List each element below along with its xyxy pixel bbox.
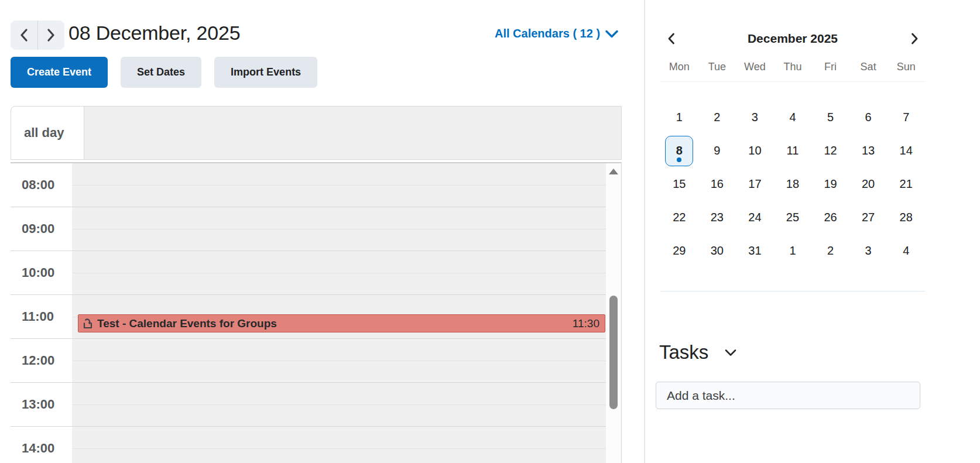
- mini-calendar: December 2025 MonTueWedThuFriSatSun 1234…: [660, 28, 925, 267]
- event-dot: [677, 157, 681, 162]
- mini-calendar-day[interactable]: 18: [774, 167, 812, 201]
- all-day-row[interactable]: all day: [11, 106, 622, 160]
- mini-calendar-day[interactable]: 23: [698, 201, 736, 234]
- chevron-down-icon: [605, 30, 618, 38]
- half-hour-line: [72, 448, 606, 449]
- calendar-event[interactable]: Test - Calendar Events for Groups 11:30: [78, 314, 605, 332]
- hour-label: 14:00: [11, 427, 72, 463]
- mini-calendar-day[interactable]: 7: [887, 101, 925, 134]
- hour-label: 08:00: [11, 163, 72, 207]
- grid-scrollbar[interactable]: [606, 163, 621, 463]
- weekday-label: Fri: [811, 61, 849, 73]
- hour-row: 10:00: [11, 251, 606, 295]
- tasks-heading: Tasks: [659, 341, 708, 363]
- mini-calendar-day[interactable]: 24: [736, 201, 774, 234]
- all-day-label: all day: [11, 107, 84, 159]
- weekday-label: Thu: [774, 61, 812, 73]
- half-hour-line: [72, 185, 606, 186]
- right-sidebar: December 2025 MonTueWedThuFriSatSun 1234…: [645, 0, 980, 463]
- mini-calendar-day[interactable]: 28: [887, 201, 925, 234]
- day-time-grid: 08:0009:0010:0011:0012:0013:0014:00 Test…: [11, 162, 622, 463]
- next-day-button[interactable]: [38, 20, 65, 50]
- mini-calendar-day[interactable]: 1: [660, 101, 698, 134]
- mini-calendar-day[interactable]: 16: [698, 167, 736, 201]
- event-title: Test - Calendar Events for Groups: [97, 317, 569, 330]
- half-hour-line: [72, 229, 606, 229]
- tasks-collapse-button[interactable]: [725, 349, 736, 356]
- toolbar: Create Event Set Dates Import Events: [11, 57, 317, 88]
- all-calendars-dropdown[interactable]: All Calendars ( 12 ): [495, 27, 618, 40]
- mini-calendar-day[interactable]: 29: [660, 234, 698, 267]
- mini-calendar-next-month-button[interactable]: [904, 28, 925, 49]
- mini-calendar-day[interactable]: 11: [774, 134, 812, 167]
- mini-calendar-day[interactable]: 14: [887, 134, 925, 167]
- mini-calendar-header: December 2025: [660, 28, 925, 49]
- chevron-left-icon: [667, 33, 675, 44]
- mini-calendar-day[interactable]: 2: [811, 234, 849, 267]
- mini-calendar-day[interactable]: 27: [849, 201, 888, 234]
- mini-calendar-day[interactable]: 4: [774, 101, 812, 134]
- import-events-button[interactable]: Import Events: [214, 57, 317, 88]
- scroll-up-arrow-icon[interactable]: [609, 169, 618, 174]
- mini-calendar-day-selected[interactable]: 8: [660, 134, 698, 167]
- mini-calendar-day[interactable]: 13: [849, 134, 888, 167]
- mini-calendar-day[interactable]: 2: [698, 101, 736, 134]
- mini-calendar-week-row: 1234567: [660, 101, 925, 134]
- all-calendars-label: All Calendars ( 12 ): [495, 27, 600, 40]
- mini-calendar-day[interactable]: 26: [811, 201, 849, 234]
- mini-calendar-title: December 2025: [681, 32, 904, 46]
- mini-calendar-week-row: 15161718192021: [660, 167, 925, 201]
- mini-calendar-day[interactable]: 1: [774, 234, 812, 267]
- mini-calendar-day[interactable]: 25: [774, 201, 812, 234]
- mini-calendar-day[interactable]: 3: [849, 234, 888, 267]
- chevron-right-icon: [46, 29, 56, 42]
- half-hour-line: [72, 273, 606, 273]
- dropbox-icon: [82, 318, 94, 330]
- add-task-input[interactable]: [656, 382, 920, 409]
- mini-calendar-day[interactable]: 4: [887, 234, 925, 267]
- mini-calendar-day[interactable]: 31: [736, 234, 774, 267]
- mini-calendar-day[interactable]: 5: [811, 101, 849, 134]
- date-nav-group: [11, 20, 64, 50]
- mini-calendar-day[interactable]: 19: [811, 167, 849, 201]
- mini-calendar-day[interactable]: 10: [736, 134, 774, 167]
- mini-calendar-day[interactable]: 6: [849, 101, 888, 134]
- mini-calendar-day[interactable]: 30: [698, 234, 736, 267]
- hour-row: 13:00: [11, 383, 606, 427]
- hour-label: 09:00: [11, 207, 72, 251]
- previous-day-button[interactable]: [11, 20, 38, 50]
- mini-calendar-day[interactable]: 21: [887, 167, 925, 201]
- chevron-right-icon: [911, 33, 919, 44]
- hour-label: 11:00: [11, 295, 72, 338]
- set-dates-button[interactable]: Set Dates: [121, 57, 201, 88]
- hour-row: 09:00: [11, 207, 606, 251]
- scrollbar-thumb[interactable]: [609, 296, 618, 409]
- mini-calendar-prev-month-button[interactable]: [660, 28, 681, 49]
- hour-row: 12:00: [11, 339, 606, 383]
- mini-calendar-day[interactable]: 17: [736, 167, 774, 201]
- hour-label: 13:00: [11, 383, 72, 426]
- mini-calendar-week-row: 22232425262728: [660, 201, 925, 234]
- mini-calendar-day[interactable]: 22: [660, 201, 698, 234]
- mini-calendar-day[interactable]: 3: [736, 101, 774, 134]
- weekday-header-row: MonTueWedThuFriSatSun: [660, 61, 925, 82]
- create-event-button[interactable]: Create Event: [11, 57, 108, 88]
- hour-label: 12:00: [11, 339, 72, 382]
- half-hour-line: [72, 361, 606, 361]
- hour-row: 08:00: [11, 163, 606, 207]
- weekday-label: Sat: [849, 61, 888, 73]
- tasks-header: Tasks: [659, 341, 980, 364]
- mini-calendar-week-row: 891011121314: [660, 134, 925, 167]
- hour-rows: 08:0009:0010:0011:0012:0013:0014:00: [11, 163, 606, 463]
- mini-calendar-day[interactable]: 15: [660, 167, 698, 201]
- weekday-label: Wed: [736, 61, 774, 73]
- mini-calendar-day[interactable]: 9: [698, 134, 736, 167]
- chevron-down-icon: [725, 349, 736, 356]
- mini-calendar-day[interactable]: 12: [811, 134, 849, 167]
- chevron-left-icon: [19, 29, 29, 42]
- hour-label: 10:00: [11, 251, 72, 294]
- hour-cell[interactable]: [72, 427, 606, 463]
- sidebar-separator: [660, 291, 925, 291]
- weekday-label: Sun: [887, 61, 925, 73]
- mini-calendar-day[interactable]: 20: [849, 167, 888, 201]
